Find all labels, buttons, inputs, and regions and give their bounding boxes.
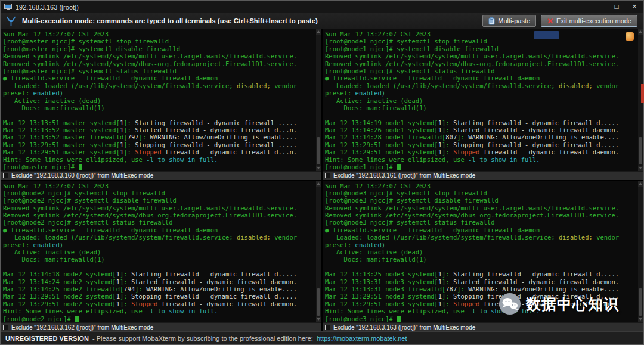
terminal-line: Removed symlink /etc/systemd/system/mult… (3, 52, 315, 60)
terminal-master[interactable]: Sun Mar 12 13:27:07 CST 2023[root@master… (1, 29, 315, 171)
terminal-quadrant-node2: Sun Mar 12 13:27:07 CST 2023[root@node2 … (1, 181, 321, 332)
terminal-line: [root@node2 njcc]# systemctl stop firewa… (3, 189, 315, 197)
exclude-strip-master: Exclude "192.168.3.160 ([root])" from Mu… (1, 171, 321, 180)
terminal-line: Removed symlink /etc/systemd/system/mult… (325, 204, 637, 212)
terminal-line: preset: enabled) (3, 89, 315, 97)
terminal-line: Sun Mar 12 13:27:07 CST 2023 (325, 182, 637, 189)
terminal-line: Mar 12 13:29:51 node2 systemd[1]: Stoppi… (3, 293, 315, 300)
scroll-down-icon[interactable] (638, 166, 643, 171)
terminal-line: Mar 12 13:14:26 node1 systemd[1]: Starte… (325, 126, 637, 133)
mobaxterm-window: 192.168.3.163 ([root]) ─ □ × Multi-execu… (0, 0, 644, 345)
terminal-line: Mar 12 13:13:31 node3 systemd[1]: Starte… (325, 278, 637, 285)
terminal-line: Mar 12 13:29:51 node1 systemd[1]: Stoppi… (325, 141, 637, 148)
terminal-line: Mar 12 13:14:18 node2 systemd[1]: Starti… (3, 271, 315, 278)
terminal-line: Loaded: loaded (/usr/lib/systemd/system/… (325, 234, 637, 241)
terminal-line: [root@master njcc]# systemctl stop firew… (3, 38, 315, 45)
terminal-line: Mar 12 13:14:19 node1 systemd[1]: Starti… (325, 119, 637, 126)
exclude-checkbox-node2[interactable] (3, 325, 8, 330)
multiexec-toolbar: Multi-execution mode: commands are typed… (1, 13, 643, 29)
exclude-strip-node1: Exclude "192.168.3.161 ([root])" from Mu… (323, 171, 643, 180)
terminal-line (3, 111, 315, 119)
terminal-line: preset: enabled) (325, 241, 637, 248)
terminal-line: [root@node2 njcc]# (3, 315, 315, 322)
multiexec-message: Multi-execution mode: commands are typed… (22, 17, 318, 24)
terminal-line: Removed symlink /etc/systemd/system/dbus… (325, 60, 637, 67)
exit-multiexec-button[interactable]: ✕ Exit multi-execution mode (541, 15, 637, 27)
terminal-scrollbar[interactable] (316, 181, 321, 323)
terminal-quadrant-master: Sun Mar 12 13:27:07 CST 2023[root@master… (1, 29, 321, 180)
terminal-node2[interactable]: Sun Mar 12 13:27:07 CST 2023[root@node2 … (1, 181, 315, 323)
terminal-line: [root@master njcc]# systemctl status fir… (3, 67, 315, 74)
terminal-line: Removed symlink /etc/systemd/system/dbus… (3, 212, 315, 219)
terminal-line: [root@node3 njcc]# systemctl status fire… (325, 219, 637, 226)
terminal-line: Active: inactive (dead) (325, 248, 637, 256)
scroll-down-icon[interactable] (638, 317, 643, 322)
terminal-line: Mar 12 13:13:51 master systemd[1]: Start… (3, 119, 315, 126)
terminal-line: Loaded: loaded (/usr/lib/systemd/system/… (3, 82, 315, 89)
terminal-line: Sun Mar 12 13:27:07 CST 2023 (3, 182, 315, 189)
background-artifact-button (534, 31, 559, 39)
scrollbar-track[interactable] (316, 35, 321, 166)
scroll-up-icon[interactable] (316, 181, 321, 187)
terminal-line: [root@master njcc]# systemctl disable fi… (3, 45, 315, 52)
multi-paste-label: Multi-paste (498, 17, 530, 24)
mobatek-link[interactable]: https://mobaxterm.mobatek.net (317, 335, 407, 342)
terminal-scrollbar[interactable] (638, 181, 643, 323)
maximize-button[interactable]: □ (608, 1, 626, 13)
terminal-scrollbar[interactable] (316, 29, 321, 171)
terminal-line: Removed symlink /etc/systemd/system/dbus… (325, 212, 637, 219)
terminal-line: Loaded: loaded (/usr/lib/systemd/system/… (325, 82, 637, 89)
exclude-strip-node2: Exclude "192.168.3.162 ([root])" from Mu… (1, 322, 321, 331)
terminal-line: Mar 12 13:13:52 master firewalld[797]: W… (3, 133, 315, 141)
terminal-line: [root@node3 njcc]# (325, 315, 637, 322)
terminal-line: Mar 12 13:14:25 node2 firewalld[794]: WA… (3, 285, 315, 293)
terminal-line: Mar 12 13:29:51 node2 systemd[1]: Stoppe… (3, 300, 315, 307)
terminal-line: [root@node1 njcc]# (325, 163, 637, 170)
terminal-line: [root@node1 njcc]# systemctl disable fir… (325, 45, 637, 52)
exclude-checkbox-master[interactable] (3, 173, 8, 178)
close-button[interactable]: × (626, 1, 643, 13)
terminal-line: Mar 12 13:29:51 node1 systemd[1]: Stoppe… (325, 148, 637, 156)
terminal-quadrant-node3: Sun Mar 12 13:27:07 CST 2023[root@node3 … (323, 181, 643, 332)
terminal-line: [root@master njcc]# (3, 163, 315, 170)
terminal-node3[interactable]: Sun Mar 12 13:27:07 CST 2023[root@node3 … (323, 181, 637, 323)
toolbar-buttons: Multi-paste ✕ Exit multi-execution mode (482, 15, 639, 27)
scrollbar-track[interactable] (316, 187, 321, 318)
terminal-grid: Sun Mar 12 13:27:07 CST 2023[root@master… (1, 29, 643, 331)
terminal-line: Mar 12 13:29:51 node3 systemd[1]: Stoppe… (325, 300, 637, 307)
scroll-down-icon[interactable] (316, 166, 321, 171)
minimize-button[interactable]: ─ (590, 1, 608, 13)
terminal-node1[interactable]: Sun Mar 12 13:27:07 CST 2023[root@node1 … (323, 29, 637, 171)
exclude-checkbox-node1[interactable] (325, 173, 330, 178)
terminal-line: Docs: man:firewalld(1) (3, 104, 315, 111)
scrollbar-thumb[interactable] (317, 288, 320, 316)
terminal-line: Mar 12 13:29:51 master systemd[1]: Stopp… (3, 141, 315, 148)
scrollbar-thumb[interactable] (639, 137, 642, 164)
terminal-line: ● firewalld.service - firewalld - dynami… (325, 226, 637, 234)
exclude-checkbox-node3[interactable] (325, 325, 330, 330)
scroll-down-icon[interactable] (316, 317, 321, 322)
terminal-line (325, 111, 637, 119)
scrollbar-thumb[interactable] (639, 288, 642, 316)
terminal-cursor (397, 316, 401, 322)
scrollbar-track[interactable] (638, 187, 643, 318)
scrollbar-thumb[interactable] (317, 137, 320, 164)
scroll-up-icon[interactable] (638, 29, 643, 35)
exit-x-icon: ✕ (547, 17, 553, 25)
exclude-label-master: Exclude "192.168.3.160 ([root])" from Mu… (11, 172, 153, 179)
window-icon (4, 4, 12, 10)
terminal-line: [root@node2 njcc]# systemctl status fire… (3, 219, 315, 226)
scroll-up-icon[interactable] (316, 29, 321, 35)
titlebar: 192.168.3.163 ([root]) ─ □ × (1, 1, 643, 13)
terminal-line: Removed symlink /etc/systemd/system/dbus… (3, 60, 315, 67)
multi-paste-button[interactable]: Multi-paste (482, 15, 536, 27)
terminal-line: [root@node2 njcc]# systemctl disable fir… (3, 197, 315, 204)
terminal-line: Sun Mar 12 13:27:07 CST 2023 (325, 30, 637, 38)
terminal-line: preset: enabled) (325, 89, 637, 97)
terminal-line: Active: inactive (dead) (325, 97, 637, 104)
terminal-line: Hint: Some lines were ellipsized, use -l… (325, 307, 637, 315)
terminal-line (3, 263, 315, 271)
scroll-up-icon[interactable] (638, 181, 643, 187)
mobaxterm-logo-icon (5, 15, 17, 27)
terminal-line: [root@node3 njcc]# systemctl stop firewa… (325, 189, 637, 197)
